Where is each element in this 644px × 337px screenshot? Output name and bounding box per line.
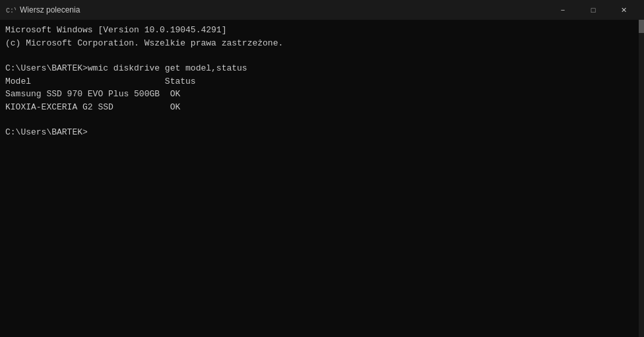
terminal-line-4: Samsung SSD 970 EVO Plus 500GB OK <box>5 88 639 101</box>
terminal-body[interactable]: Microsoft Windows [Version 10.0.19045.42… <box>0 20 644 337</box>
window-controls: − □ ✕ <box>548 0 639 20</box>
scrollbar-thumb[interactable] <box>639 20 644 33</box>
cmd-icon: C:\ <box>5 5 16 15</box>
terminal-prompt: C:\Users\BARTEK> <box>5 126 639 139</box>
svg-text:C:\: C:\ <box>6 7 16 15</box>
minimize-button[interactable]: − <box>548 0 578 20</box>
terminal-empty-2 <box>5 113 639 126</box>
terminal-line-0: Microsoft Windows [Version 10.0.19045.42… <box>5 24 639 37</box>
title-bar-left: C:\ Wiersz polecenia <box>5 5 80 15</box>
window-title: Wiersz polecenia <box>20 5 80 15</box>
terminal-empty-1 <box>5 49 639 62</box>
scrollbar[interactable] <box>639 20 644 337</box>
terminal-line-3: Model Status <box>5 75 639 88</box>
terminal-line-2: C:\Users\BARTEK>wmic diskdrive get model… <box>5 62 639 75</box>
title-bar: C:\ Wiersz polecenia − □ ✕ <box>0 0 644 20</box>
maximize-button[interactable]: □ <box>578 0 608 20</box>
close-button[interactable]: ✕ <box>608 0 639 20</box>
terminal-line-1: (c) Microsoft Corporation. Wszelkie praw… <box>5 37 639 50</box>
terminal-line-5: KIOXIA-EXCERIA G2 SSD OK <box>5 101 639 114</box>
window: C:\ Wiersz polecenia − □ ✕ Microsoft Win… <box>0 0 644 337</box>
